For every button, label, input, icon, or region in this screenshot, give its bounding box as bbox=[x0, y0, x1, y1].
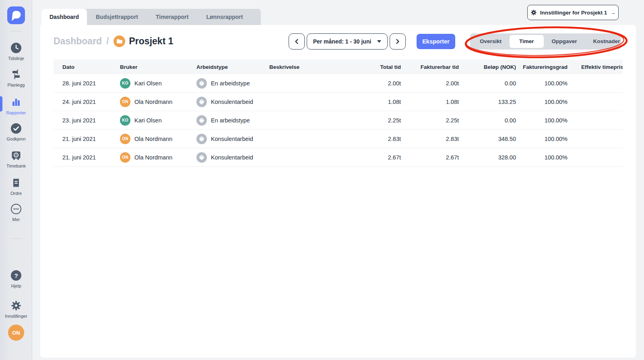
cell-amount: 133.25 bbox=[459, 99, 516, 105]
sidebar-item-tidslinje[interactable]: Tidslinje bbox=[0, 42, 32, 61]
sidebar-item-mer[interactable]: Mer bbox=[0, 203, 32, 222]
header-fakturerbar-tid: Fakturerbar tid bbox=[401, 64, 459, 70]
sidebar-item-planlegg[interactable]: Planlegg bbox=[0, 68, 32, 87]
cell-amount: 0.00 bbox=[459, 80, 516, 87]
ellipsis-circle-icon bbox=[10, 203, 22, 215]
table-row[interactable]: 23. juni 2021 KO Kari Olsen En arbeidsty… bbox=[54, 111, 623, 130]
check-circle-icon bbox=[10, 122, 22, 134]
sidebar: Tidslinje Planlegg Rappor bbox=[0, 0, 32, 360]
cell-total-time: 1.08t bbox=[334, 99, 401, 105]
breadcrumb: Dashboard / Prosjekt 1 bbox=[54, 35, 173, 47]
header-effektiv-timepris: Effektiv timepris bbox=[568, 64, 623, 70]
cell-total-time: 2.67t bbox=[334, 154, 401, 161]
receipt-icon bbox=[10, 177, 22, 189]
table-body: 28. juni 2021 KO Kari Olsen En arbeidsty… bbox=[54, 74, 623, 167]
tab-budsjettrapport[interactable]: Budsjettrapport bbox=[87, 9, 147, 25]
tab-timerapport[interactable]: Timerapport bbox=[147, 9, 197, 25]
cell-billable-time: 1.08t bbox=[401, 99, 459, 105]
cell-date: 28. juni 2021 bbox=[54, 80, 120, 87]
view-tab-oversikt[interactable]: Oversikt bbox=[472, 35, 510, 48]
cell-worktype: En arbeidstype bbox=[195, 115, 269, 126]
header-total-tid: Total tid bbox=[334, 64, 401, 70]
app-logo[interactable] bbox=[7, 6, 25, 24]
user-avatar: ON bbox=[120, 134, 130, 144]
chevron-left-icon bbox=[294, 39, 299, 44]
table-row[interactable]: 24. juni 2021 ON Ola Nordmann Konsulenta… bbox=[54, 93, 623, 111]
view-tab-timer[interactable]: Timer bbox=[510, 35, 544, 48]
cell-user: KO Kari Olsen bbox=[120, 78, 195, 89]
cell-user: ON Ola Nordmann bbox=[120, 152, 195, 163]
main-card: Dashboard / Prosjekt 1 Per måned: 1 - 30… bbox=[40, 25, 636, 358]
tag-icon bbox=[196, 152, 207, 163]
period-prev-button[interactable] bbox=[289, 33, 305, 50]
table-row[interactable]: 21. juni 2021 ON Ola Nordmann Konsulenta… bbox=[54, 130, 623, 148]
sidebar-item-rapporter[interactable]: Rapporter bbox=[0, 96, 32, 115]
cell-amount: 328.00 bbox=[459, 154, 516, 161]
sidebar-item-hjelp[interactable]: ? Hjelp bbox=[0, 269, 32, 288]
chevron-down-icon bbox=[377, 40, 381, 43]
table-row[interactable]: 28. juni 2021 KO Kari Olsen En arbeidsty… bbox=[54, 74, 623, 93]
cell-user: ON Ola Nordmann bbox=[120, 97, 195, 107]
svg-text:?: ? bbox=[14, 272, 18, 279]
header-bruker: Bruker bbox=[120, 64, 195, 70]
tab-dashboard[interactable]: Dashboard bbox=[41, 9, 87, 25]
cell-worktype: En arbeidstype bbox=[195, 78, 269, 89]
worktype-name: Konsulentarbeid bbox=[211, 99, 253, 105]
user-name: Ola Nordmann bbox=[134, 99, 172, 105]
project-settings-button[interactable]: Innstillinger for Prosjekt 1 → bbox=[527, 5, 619, 20]
project-folder-icon bbox=[114, 35, 125, 47]
cell-billing-rate: 100.00% bbox=[516, 117, 568, 124]
cell-worktype: Konsulentarbeid bbox=[195, 152, 269, 163]
header-faktureringsgrad: Faktureringsgrad bbox=[516, 64, 568, 70]
tag-icon bbox=[196, 115, 207, 126]
cell-billing-rate: 100.00% bbox=[516, 80, 568, 87]
table-row[interactable]: 21. juni 2021 ON Ola Nordmann Konsulenta… bbox=[54, 148, 623, 167]
cell-billable-time: 2.67t bbox=[401, 154, 459, 161]
tag-icon bbox=[196, 134, 207, 144]
sidebar-item-innstillinger[interactable]: Innstillinger bbox=[0, 300, 32, 319]
breadcrumb-dashboard-link[interactable]: Dashboard bbox=[54, 36, 102, 47]
page-title: Prosjekt 1 bbox=[129, 36, 173, 47]
user-name: Ola Nordmann bbox=[134, 154, 172, 161]
user-avatar: ON bbox=[120, 97, 130, 107]
cell-billing-rate: 100.00% bbox=[516, 154, 568, 161]
app-logo-icon bbox=[7, 6, 25, 24]
cell-billing-rate: 100.00% bbox=[516, 136, 568, 142]
tag-icon bbox=[196, 97, 207, 107]
cell-user: ON Ola Nordmann bbox=[120, 134, 195, 144]
gantt-icon bbox=[10, 68, 22, 81]
cell-date: 23. juni 2021 bbox=[54, 117, 120, 124]
bar-chart-icon bbox=[10, 96, 22, 108]
view-switcher: Oversikt Timer Oppgaver Kostnader bbox=[470, 33, 621, 50]
cell-worktype: Konsulentarbeid bbox=[195, 134, 269, 144]
worktype-name: Konsulentarbeid bbox=[211, 154, 253, 161]
app-window: Tidslinje Planlegg Rappor bbox=[0, 0, 644, 360]
sidebar-item-ordre[interactable]: Ordre bbox=[0, 177, 32, 196]
cell-date: 21. juni 2021 bbox=[54, 136, 120, 142]
sidebar-item-timebank[interactable]: Timebank bbox=[0, 149, 32, 168]
table-header-row: Dato Bruker Arbeidstype Beskrivelse Tota… bbox=[54, 60, 623, 74]
arrow-right-icon: → bbox=[610, 10, 615, 16]
header-beskrivelse: Beskrivelse bbox=[269, 64, 334, 70]
header-arbeidstype: Arbeidstype bbox=[195, 64, 269, 70]
view-tab-oppgaver[interactable]: Oppgaver bbox=[544, 35, 585, 48]
tab-lonnsrapport[interactable]: Lønnsrapport bbox=[197, 9, 252, 25]
user-name: Kari Olsen bbox=[134, 80, 162, 87]
gear-icon bbox=[530, 9, 537, 16]
cell-worktype: Konsulentarbeid bbox=[195, 97, 269, 107]
export-button[interactable]: Eksporter bbox=[417, 34, 455, 49]
cell-billable-time: 2.00t bbox=[401, 80, 459, 87]
cell-billing-rate: 100.00% bbox=[516, 99, 568, 105]
user-avatar: KO bbox=[120, 78, 130, 89]
user-avatar[interactable]: ON bbox=[8, 325, 24, 341]
header-belop: Beløp (NOK) bbox=[459, 64, 516, 70]
safe-icon bbox=[10, 149, 22, 161]
view-tab-kostnader[interactable]: Kostnader bbox=[585, 35, 628, 48]
help-icon: ? bbox=[10, 269, 22, 281]
period-dropdown[interactable]: Per måned: 1 - 30 juni bbox=[307, 33, 388, 50]
cell-amount: 348.50 bbox=[459, 136, 516, 142]
cell-billable-time: 2.83t bbox=[401, 136, 459, 142]
cell-total-time: 2.25t bbox=[334, 117, 401, 124]
period-next-button[interactable] bbox=[390, 33, 406, 50]
sidebar-item-godkjenn[interactable]: Godkjenn bbox=[0, 122, 32, 141]
